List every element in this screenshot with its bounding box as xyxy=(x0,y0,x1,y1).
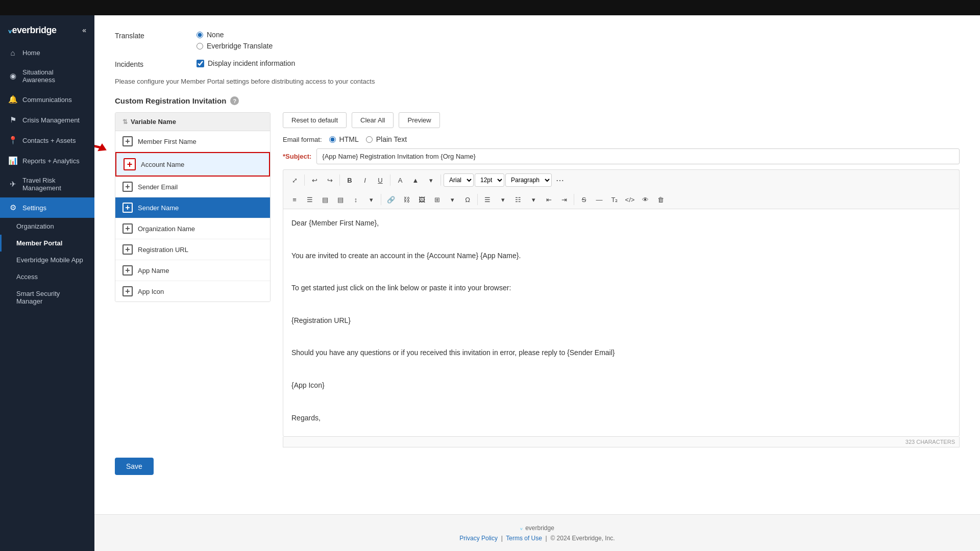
reset-to-default-button[interactable]: Reset to default xyxy=(283,112,347,128)
subscript-button[interactable]: T₂ xyxy=(607,192,622,207)
indent-button[interactable]: ⇥ xyxy=(557,192,571,207)
variable-row-member-first-name[interactable]: + Member First Name xyxy=(115,131,270,152)
table-button[interactable]: ⊞ xyxy=(430,192,444,207)
special-char-button[interactable]: Ω xyxy=(460,192,475,207)
format-html-option[interactable]: HTML xyxy=(329,135,359,143)
highlight-button[interactable]: ▲ xyxy=(408,173,423,187)
variable-row-sender-name[interactable]: + Sender Name xyxy=(115,197,270,218)
footer-logo: everbridge xyxy=(525,524,554,532)
sidebar-sub-organization[interactable]: Organization xyxy=(0,218,94,235)
variable-list-wrapper: ⇅ Variable Name + Member First Name + Ac… xyxy=(115,112,271,302)
variable-row-sender-email[interactable]: + Sender Email xyxy=(115,177,270,197)
hr-button[interactable]: — xyxy=(592,192,606,207)
toolbar-divider xyxy=(574,194,574,205)
add-member-first-name-button[interactable]: + xyxy=(122,136,133,146)
ordered-list-dropdown[interactable]: ▾ xyxy=(526,192,541,207)
italic-button[interactable]: I xyxy=(358,173,372,187)
variable-row-app-name[interactable]: + App Name xyxy=(115,260,270,281)
link-button[interactable]: 🔗 xyxy=(384,192,398,207)
font-color-button[interactable]: A xyxy=(393,173,407,187)
line-height-dropdown[interactable]: ▾ xyxy=(364,192,378,207)
ordered-list-button[interactable]: ☷ xyxy=(511,192,525,207)
add-account-name-button[interactable]: + xyxy=(124,158,136,170)
align-left-button[interactable]: ≡ xyxy=(287,192,302,207)
sidebar-item-travel[interactable]: ✈ Travel Risk Management xyxy=(0,171,94,197)
add-sender-name-button[interactable]: + xyxy=(122,203,133,213)
preview-button[interactable]: Preview xyxy=(399,112,439,128)
incidents-checkbox[interactable] xyxy=(197,60,204,67)
sidebar-sub-member-portal[interactable]: Member Portal xyxy=(0,235,94,252)
sidebar-item-crisis[interactable]: ⚑ Crisis Management xyxy=(0,110,94,130)
toolbar-divider xyxy=(339,174,340,186)
add-app-icon-button[interactable]: + xyxy=(122,286,133,296)
more-options-button[interactable]: ⋯ xyxy=(553,173,567,187)
sidebar-sub-access[interactable]: Access xyxy=(0,268,94,285)
translate-everbridge-option[interactable]: Everbridge Translate xyxy=(197,42,273,50)
home-icon: ⌂ xyxy=(8,48,17,57)
underline-button[interactable]: U xyxy=(373,173,387,187)
terms-of-use-link[interactable]: Terms of Use xyxy=(506,535,542,542)
preview-toolbar-button[interactable]: 👁 xyxy=(638,192,652,207)
redo-button[interactable]: ↪ xyxy=(323,173,337,187)
sidebar-item-settings[interactable]: ⚙ Settings xyxy=(0,197,94,218)
sidebar-item-communications[interactable]: 🔔 Communications xyxy=(0,89,94,110)
format-plaintext-radio[interactable] xyxy=(366,136,373,143)
sidebar-item-label: Situational Awareness xyxy=(22,68,86,84)
help-icon[interactable]: ? xyxy=(230,96,239,105)
sidebar-item-situational[interactable]: ◉ Situational Awareness xyxy=(0,63,94,89)
variable-label: Registration URL xyxy=(138,246,188,254)
variable-row-account-name[interactable]: + Account Name xyxy=(115,152,270,177)
add-sender-email-button[interactable]: + xyxy=(122,182,133,192)
add-registration-url-button[interactable]: + xyxy=(122,244,133,255)
strikethrough-button[interactable]: S xyxy=(577,192,591,207)
justify-button[interactable]: ▤ xyxy=(333,192,348,207)
section-title: Custom Registration Invitation ? xyxy=(115,96,960,105)
privacy-policy-link[interactable]: Privacy Policy xyxy=(459,535,498,542)
translate-everbridge-radio[interactable] xyxy=(197,43,203,49)
invitation-layout: ⇅ Variable Name + Member First Name + Ac… xyxy=(115,112,960,447)
save-button[interactable]: Save xyxy=(115,458,154,475)
outdent-button[interactable]: ⇤ xyxy=(542,192,556,207)
list-dropdown[interactable]: ▾ xyxy=(496,192,510,207)
settings-icon: ⚙ xyxy=(8,203,17,212)
align-right-button[interactable]: ▤ xyxy=(318,192,332,207)
variable-label: Sender Name xyxy=(138,204,179,212)
variable-label: Account Name xyxy=(141,161,184,168)
incidents-checkbox-option[interactable]: Display incident information xyxy=(197,59,295,67)
font-family-select[interactable]: Arial xyxy=(444,173,474,187)
variable-row-organization-name[interactable]: + Organization Name xyxy=(115,218,270,239)
image-button[interactable]: 🖼 xyxy=(414,192,429,207)
variable-row-app-icon[interactable]: + App Icon xyxy=(115,281,270,302)
sidebar-sub-mobile[interactable]: Everbridge Mobile App xyxy=(0,252,94,268)
clear-format-button[interactable]: 🗑 xyxy=(653,192,668,207)
unordered-list-button[interactable]: ☰ xyxy=(480,192,495,207)
font-size-select[interactable]: 12pt xyxy=(475,173,504,187)
format-html-radio[interactable] xyxy=(329,136,336,143)
paragraph-select[interactable]: Paragraph xyxy=(505,173,552,187)
undo-button[interactable]: ↩ xyxy=(307,173,322,187)
sidebar-item-reports[interactable]: 📊 Reports + Analytics xyxy=(0,151,94,171)
email-format-label: Email format: xyxy=(283,136,322,143)
line-height-button[interactable]: ↕ xyxy=(349,192,363,207)
expand-button[interactable]: ⤢ xyxy=(287,173,302,187)
highlight-dropdown[interactable]: ▾ xyxy=(424,173,438,187)
bold-button[interactable]: B xyxy=(342,173,357,187)
add-app-name-button[interactable]: + xyxy=(122,265,133,276)
sidebar-sub-smart-security[interactable]: Smart Security Manager xyxy=(0,285,94,310)
align-center-button[interactable]: ☰ xyxy=(303,192,317,207)
editor-body[interactable]: Dear {Member First Name}, You are invite… xyxy=(283,209,960,437)
sidebar-item-home[interactable]: ⌂ Home xyxy=(0,43,94,63)
add-organization-name-button[interactable]: + xyxy=(122,223,133,234)
clear-all-button[interactable]: Clear All xyxy=(352,112,394,128)
subject-input[interactable] xyxy=(316,148,960,164)
sidebar-item-contacts[interactable]: 📍 Contacts + Assets xyxy=(0,130,94,151)
table-dropdown[interactable]: ▾ xyxy=(445,192,459,207)
format-plaintext-option[interactable]: Plain Text xyxy=(366,135,407,143)
translate-none-radio[interactable] xyxy=(197,32,203,38)
variable-row-registration-url[interactable]: + Registration URL xyxy=(115,239,270,260)
unlink-button[interactable]: ⛓ xyxy=(399,192,413,207)
collapse-button[interactable]: « xyxy=(82,26,86,34)
translate-none-option[interactable]: None xyxy=(197,31,273,39)
code-button[interactable]: </> xyxy=(623,192,637,207)
variable-label: Sender Email xyxy=(138,183,178,191)
